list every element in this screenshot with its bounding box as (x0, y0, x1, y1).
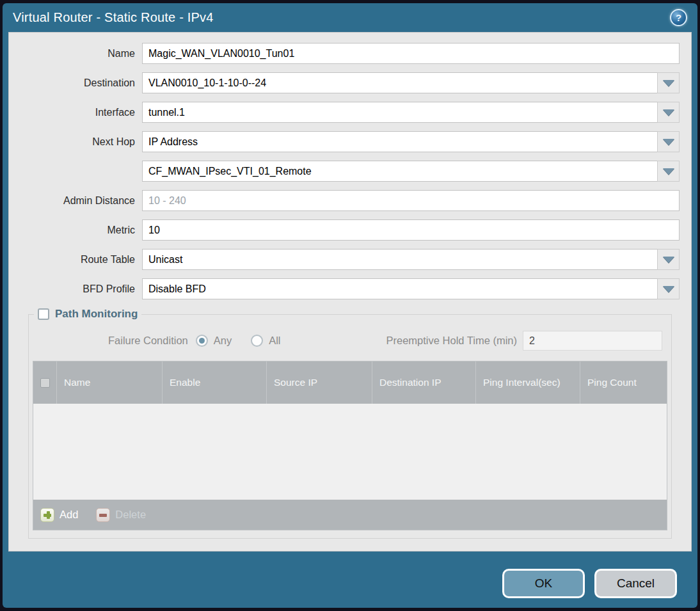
help-icon[interactable]: ? (670, 9, 687, 26)
form-row-next-hop: Next Hop (20, 131, 680, 152)
ok-button[interactable]: OK (502, 569, 585, 598)
dialog-content: Name Destination Interface Next Hop (8, 32, 692, 551)
plus-icon (40, 508, 54, 522)
chevron-down-icon (663, 139, 674, 145)
preemptive-hold-time-label: Preemptive Hold Time (min) (386, 335, 517, 347)
column-header-ping-count[interactable]: Ping Count (580, 361, 667, 404)
form-row-interface: Interface (20, 102, 680, 123)
admin-distance-label: Admin Distance (20, 195, 142, 207)
form-row-next-hop-address (20, 161, 680, 182)
column-header-destination-ip[interactable]: Destination IP (372, 361, 476, 404)
chevron-down-icon (663, 80, 674, 86)
next-hop-address-combo (142, 161, 680, 182)
route-table-combo (142, 249, 680, 270)
radio-all-label: All (269, 335, 280, 347)
admin-distance-input[interactable] (142, 190, 680, 211)
form-row-route-table: Route Table (20, 249, 680, 270)
preemptive-hold-time-input[interactable] (523, 331, 662, 351)
path-monitoring-fieldset: Path Monitoring Failure Condition Any Al… (28, 308, 672, 539)
interface-combo (142, 102, 680, 123)
radio-selected-dot (199, 338, 205, 344)
dialog-titlebar: Virtual Router - Static Route - IPv4 ? (3, 3, 697, 32)
radio-all-control[interactable] (251, 335, 263, 347)
destination-dropdown-button[interactable] (657, 72, 680, 93)
add-button[interactable]: Add (40, 508, 78, 522)
bfd-profile-combo (142, 278, 680, 299)
interface-dropdown-button[interactable] (657, 102, 680, 123)
destination-label: Destination (20, 77, 142, 89)
next-hop-address-dropdown-button[interactable] (657, 161, 680, 182)
chevron-down-icon (663, 286, 674, 292)
radio-any-control[interactable] (196, 335, 208, 347)
select-all-checkbox[interactable] (40, 378, 50, 388)
chevron-down-icon (663, 168, 674, 175)
minus-icon (96, 508, 110, 522)
chevron-down-icon (663, 109, 674, 116)
name-input[interactable] (142, 43, 680, 64)
table-body-empty (33, 404, 667, 500)
next-hop-address-input[interactable] (142, 161, 657, 182)
table-header-select-all[interactable] (33, 361, 57, 404)
table-header-row: Name Enable Source IP Destination IP Pin… (33, 361, 667, 404)
path-monitoring-table: Name Enable Source IP Destination IP Pin… (33, 361, 667, 530)
cancel-button[interactable]: Cancel (594, 569, 677, 598)
next-hop-type-input[interactable] (142, 131, 657, 152)
route-table-input[interactable] (142, 249, 657, 270)
next-hop-label: Next Hop (20, 136, 142, 148)
dialog-title: Virtual Router - Static Route - IPv4 (13, 10, 214, 25)
failure-condition-label: Failure Condition (108, 335, 188, 347)
destination-combo (142, 72, 680, 93)
help-icon-glyph: ? (676, 12, 681, 23)
column-header-ping-interval[interactable]: Ping Interval(sec) (476, 361, 580, 404)
route-table-dropdown-button[interactable] (657, 249, 680, 270)
table-toolbar: Add Delete (33, 500, 667, 530)
column-header-enable[interactable]: Enable (163, 361, 267, 404)
next-hop-type-dropdown-button[interactable] (657, 131, 680, 152)
delete-button[interactable]: Delete (96, 508, 146, 522)
delete-button-label: Delete (115, 509, 146, 521)
form-row-destination: Destination (20, 72, 680, 93)
form-row-bfd-profile: BFD Profile (20, 278, 680, 299)
interface-input[interactable] (142, 102, 657, 123)
column-header-source-ip[interactable]: Source IP (267, 361, 372, 404)
dialog-footer: OK Cancel (502, 569, 677, 598)
bfd-profile-label: BFD Profile (20, 283, 142, 295)
name-label: Name (20, 48, 142, 60)
path-monitoring-legend: Path Monitoring (34, 308, 141, 321)
form-row-name: Name (20, 43, 680, 64)
radio-all[interactable]: All (251, 335, 280, 347)
column-header-name[interactable]: Name (57, 361, 163, 404)
path-monitoring-label: Path Monitoring (55, 308, 138, 321)
interface-label: Interface (20, 107, 142, 118)
failure-condition-row: Failure Condition Any All Preemptive Hol… (33, 331, 662, 351)
chevron-down-icon (663, 257, 674, 263)
bfd-profile-dropdown-button[interactable] (657, 278, 680, 299)
route-table-label: Route Table (20, 254, 142, 266)
form-row-metric: Metric (20, 219, 680, 241)
destination-input[interactable] (142, 72, 657, 93)
metric-label: Metric (20, 225, 142, 236)
radio-any-label: Any (214, 335, 232, 347)
radio-any[interactable]: Any (196, 335, 232, 347)
next-hop-type-combo (142, 131, 680, 152)
add-button-label: Add (60, 509, 78, 521)
metric-input[interactable] (142, 219, 680, 241)
path-monitoring-checkbox[interactable] (38, 308, 49, 320)
bfd-profile-input[interactable] (142, 278, 657, 299)
form-row-admin-distance: Admin Distance (20, 190, 680, 211)
static-route-dialog: Virtual Router - Static Route - IPv4 ? N… (3, 3, 697, 608)
